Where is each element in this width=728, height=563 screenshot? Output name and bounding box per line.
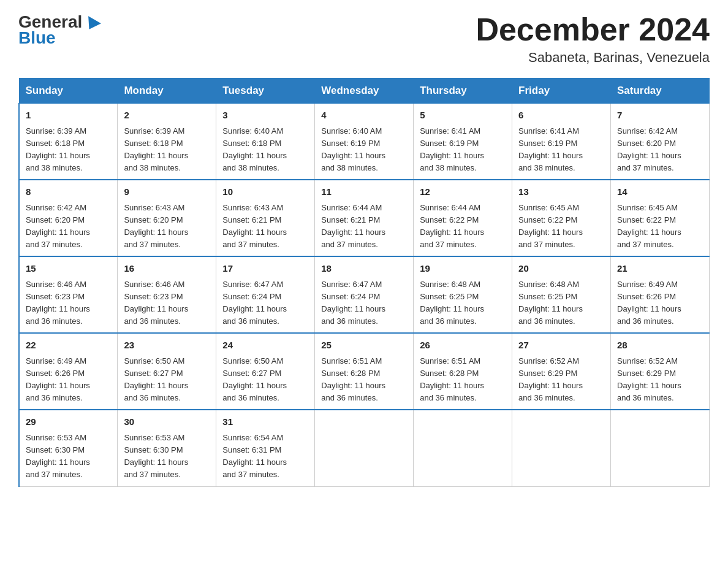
day-info: Sunrise: 6:48 AM Sunset: 6:25 PM Dayligh…	[518, 278, 604, 328]
day-cell: 24Sunrise: 6:50 AM Sunset: 6:27 PM Dayli…	[216, 333, 315, 410]
day-cell: 22Sunrise: 6:49 AM Sunset: 6:26 PM Dayli…	[19, 333, 118, 410]
day-number: 18	[321, 262, 407, 276]
day-cell: 18Sunrise: 6:47 AM Sunset: 6:24 PM Dayli…	[315, 256, 414, 333]
week-row-1: 1Sunrise: 6:39 AM Sunset: 6:18 PM Daylig…	[19, 104, 710, 180]
day-number: 22	[26, 339, 111, 353]
day-info: Sunrise: 6:41 AM Sunset: 6:19 PM Dayligh…	[420, 125, 506, 175]
day-cell: 9Sunrise: 6:43 AM Sunset: 6:20 PM Daylig…	[118, 180, 216, 256]
day-cell	[414, 410, 512, 486]
day-number: 16	[124, 262, 210, 276]
logo-blue-text: Blue	[18, 28, 56, 48]
day-info: Sunrise: 6:43 AM Sunset: 6:21 PM Dayligh…	[222, 202, 308, 251]
day-info: Sunrise: 6:50 AM Sunset: 6:27 PM Dayligh…	[124, 355, 210, 405]
day-cell: 15Sunrise: 6:46 AM Sunset: 6:23 PM Dayli…	[19, 256, 118, 333]
day-number: 3	[222, 109, 308, 123]
day-number: 17	[222, 262, 308, 276]
day-cell: 10Sunrise: 6:43 AM Sunset: 6:21 PM Dayli…	[216, 180, 315, 256]
header-cell-tuesday: Tuesday	[216, 79, 315, 104]
day-cell: 17Sunrise: 6:47 AM Sunset: 6:24 PM Dayli…	[216, 256, 315, 333]
day-info: Sunrise: 6:46 AM Sunset: 6:23 PM Dayligh…	[124, 278, 210, 328]
day-cell: 31Sunrise: 6:54 AM Sunset: 6:31 PM Dayli…	[216, 410, 315, 486]
day-cell: 28Sunrise: 6:52 AM Sunset: 6:29 PM Dayli…	[611, 333, 710, 410]
day-cell: 1Sunrise: 6:39 AM Sunset: 6:18 PM Daylig…	[19, 104, 118, 180]
day-info: Sunrise: 6:51 AM Sunset: 6:28 PM Dayligh…	[321, 355, 407, 405]
day-cell	[315, 410, 414, 486]
day-number: 31	[222, 415, 308, 429]
header-cell-saturday: Saturday	[611, 79, 710, 104]
day-info: Sunrise: 6:39 AM Sunset: 6:18 PM Dayligh…	[26, 125, 111, 175]
week-row-3: 15Sunrise: 6:46 AM Sunset: 6:23 PM Dayli…	[19, 256, 710, 333]
header-cell-wednesday: Wednesday	[315, 79, 414, 104]
week-row-5: 29Sunrise: 6:53 AM Sunset: 6:30 PM Dayli…	[19, 410, 710, 486]
day-number: 28	[617, 339, 703, 353]
day-number: 25	[321, 339, 407, 353]
day-info: Sunrise: 6:50 AM Sunset: 6:27 PM Dayligh…	[222, 355, 308, 405]
calendar-body: 1Sunrise: 6:39 AM Sunset: 6:18 PM Daylig…	[19, 104, 710, 486]
day-info: Sunrise: 6:49 AM Sunset: 6:26 PM Dayligh…	[617, 278, 703, 328]
day-cell: 5Sunrise: 6:41 AM Sunset: 6:19 PM Daylig…	[414, 104, 512, 180]
day-info: Sunrise: 6:40 AM Sunset: 6:18 PM Dayligh…	[222, 125, 308, 175]
day-cell: 8Sunrise: 6:42 AM Sunset: 6:20 PM Daylig…	[19, 180, 118, 256]
day-info: Sunrise: 6:52 AM Sunset: 6:29 PM Dayligh…	[518, 355, 604, 405]
day-cell: 27Sunrise: 6:52 AM Sunset: 6:29 PM Dayli…	[512, 333, 611, 410]
day-info: Sunrise: 6:54 AM Sunset: 6:31 PM Dayligh…	[222, 432, 308, 481]
day-number: 30	[124, 415, 210, 429]
day-info: Sunrise: 6:41 AM Sunset: 6:19 PM Dayligh…	[518, 125, 604, 175]
week-row-2: 8Sunrise: 6:42 AM Sunset: 6:20 PM Daylig…	[19, 180, 710, 256]
day-cell: 21Sunrise: 6:49 AM Sunset: 6:26 PM Dayli…	[611, 256, 710, 333]
header-row: SundayMondayTuesdayWednesdayThursdayFrid…	[19, 79, 710, 104]
day-cell: 6Sunrise: 6:41 AM Sunset: 6:19 PM Daylig…	[512, 104, 611, 180]
day-number: 2	[124, 109, 210, 123]
day-cell: 7Sunrise: 6:42 AM Sunset: 6:20 PM Daylig…	[611, 104, 710, 180]
logo-triangle-icon	[83, 16, 101, 33]
day-number: 5	[420, 109, 506, 123]
day-info: Sunrise: 6:53 AM Sunset: 6:30 PM Dayligh…	[124, 432, 210, 481]
day-cell: 16Sunrise: 6:46 AM Sunset: 6:23 PM Dayli…	[118, 256, 216, 333]
day-number: 12	[420, 185, 506, 199]
calendar-table: SundayMondayTuesdayWednesdayThursdayFrid…	[18, 78, 710, 486]
day-cell: 14Sunrise: 6:45 AM Sunset: 6:22 PM Dayli…	[611, 180, 710, 256]
day-cell: 2Sunrise: 6:39 AM Sunset: 6:18 PM Daylig…	[118, 104, 216, 180]
day-info: Sunrise: 6:45 AM Sunset: 6:22 PM Dayligh…	[518, 202, 604, 251]
day-number: 29	[26, 415, 111, 429]
day-cell	[512, 410, 611, 486]
day-cell: 19Sunrise: 6:48 AM Sunset: 6:25 PM Dayli…	[414, 256, 512, 333]
calendar-header: SundayMondayTuesdayWednesdayThursdayFrid…	[19, 79, 710, 104]
day-info: Sunrise: 6:44 AM Sunset: 6:22 PM Dayligh…	[420, 202, 506, 251]
day-number: 13	[518, 185, 604, 199]
day-info: Sunrise: 6:42 AM Sunset: 6:20 PM Dayligh…	[26, 202, 111, 251]
day-cell: 3Sunrise: 6:40 AM Sunset: 6:18 PM Daylig…	[216, 104, 315, 180]
day-cell: 20Sunrise: 6:48 AM Sunset: 6:25 PM Dayli…	[512, 256, 611, 333]
day-info: Sunrise: 6:46 AM Sunset: 6:23 PM Dayligh…	[26, 278, 111, 328]
month-title: December 2024	[476, 12, 710, 47]
day-info: Sunrise: 6:47 AM Sunset: 6:24 PM Dayligh…	[222, 278, 308, 328]
day-info: Sunrise: 6:47 AM Sunset: 6:24 PM Dayligh…	[321, 278, 407, 328]
day-number: 8	[26, 185, 111, 199]
day-info: Sunrise: 6:45 AM Sunset: 6:22 PM Dayligh…	[617, 202, 703, 251]
day-info: Sunrise: 6:43 AM Sunset: 6:20 PM Dayligh…	[124, 202, 210, 251]
week-row-4: 22Sunrise: 6:49 AM Sunset: 6:26 PM Dayli…	[19, 333, 710, 410]
day-number: 21	[617, 262, 703, 276]
day-cell: 30Sunrise: 6:53 AM Sunset: 6:30 PM Dayli…	[118, 410, 216, 486]
day-number: 9	[124, 185, 210, 199]
location-text: Sabaneta, Barinas, Venezuela	[476, 50, 710, 66]
page-header: General Blue December 2024 Sabaneta, Bar…	[18, 12, 710, 66]
header-cell-monday: Monday	[118, 79, 216, 104]
day-cell: 29Sunrise: 6:53 AM Sunset: 6:30 PM Dayli…	[19, 410, 118, 486]
day-number: 7	[617, 109, 703, 123]
header-cell-sunday: Sunday	[19, 79, 118, 104]
day-info: Sunrise: 6:49 AM Sunset: 6:26 PM Dayligh…	[26, 355, 111, 405]
day-cell: 4Sunrise: 6:40 AM Sunset: 6:19 PM Daylig…	[315, 104, 414, 180]
header-cell-thursday: Thursday	[414, 79, 512, 104]
day-number: 26	[420, 339, 506, 353]
day-cell: 23Sunrise: 6:50 AM Sunset: 6:27 PM Dayli…	[118, 333, 216, 410]
day-number: 27	[518, 339, 604, 353]
day-number: 6	[518, 109, 604, 123]
title-section: December 2024 Sabaneta, Barinas, Venezue…	[476, 12, 710, 66]
day-cell: 25Sunrise: 6:51 AM Sunset: 6:28 PM Dayli…	[315, 333, 414, 410]
day-number: 19	[420, 262, 506, 276]
day-info: Sunrise: 6:53 AM Sunset: 6:30 PM Dayligh…	[26, 432, 111, 481]
day-cell: 12Sunrise: 6:44 AM Sunset: 6:22 PM Dayli…	[414, 180, 512, 256]
day-number: 14	[617, 185, 703, 199]
day-number: 1	[26, 109, 111, 123]
